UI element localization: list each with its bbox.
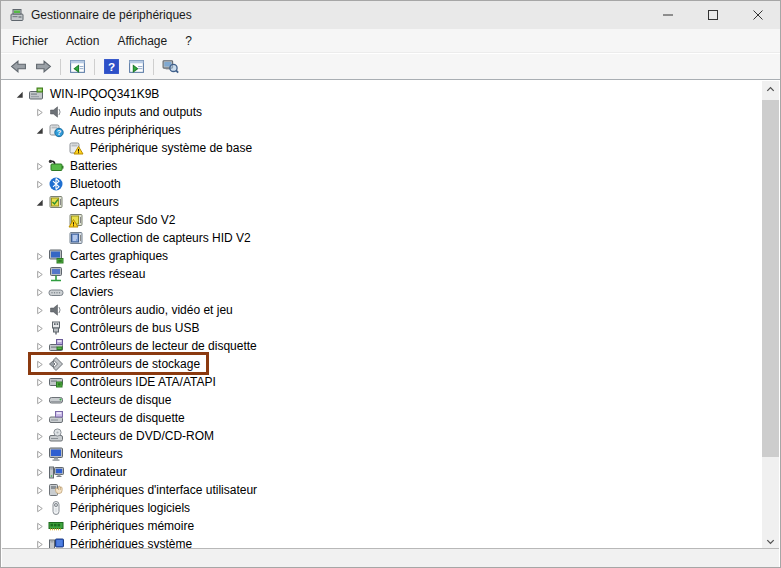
expand-arrow-icon[interactable] (32, 520, 46, 532)
tree-item-label: Lecteurs de DVD/CD-ROM (68, 429, 216, 443)
toolbar: ? (1, 54, 780, 80)
expand-arrow-icon[interactable] (32, 106, 46, 118)
arrow-spacer (52, 232, 66, 244)
vertical-scrollbar[interactable] (762, 81, 779, 550)
tree-item[interactable]: Contrôleurs de stockage (2, 355, 761, 373)
expand-arrow-icon[interactable] (32, 178, 46, 190)
tree-item[interactable]: ?Autres périphériques (2, 121, 761, 139)
expand-arrow-icon[interactable] (32, 286, 46, 298)
speaker-icon (48, 104, 64, 120)
tree-item[interactable]: Capteurs (2, 193, 761, 211)
expand-arrow-icon[interactable] (32, 412, 46, 424)
help-button[interactable]: ? (100, 56, 123, 78)
tree-item-label: Autres périphériques (68, 123, 183, 137)
expand-arrow-icon[interactable] (32, 340, 46, 352)
network-adapter-icon (48, 266, 64, 282)
memory-icon (48, 518, 64, 534)
tree-item[interactable]: Claviers (2, 283, 761, 301)
tree-item-label: Lecteurs de disque (68, 393, 173, 407)
maximize-button[interactable] (690, 1, 735, 29)
tree-item[interactable]: Périphériques d'interface utilisateur (2, 481, 761, 499)
expand-arrow-icon[interactable] (32, 430, 46, 442)
tree-item-label: Périphérique système de base (88, 141, 254, 155)
tree-item[interactable]: Collection de capteurs HID V2 (2, 229, 761, 247)
hid-device-icon (48, 482, 64, 498)
expand-arrow-icon[interactable] (32, 358, 46, 370)
tree-item-label: Périphériques logiciels (68, 501, 192, 515)
expand-arrow-icon[interactable] (32, 394, 46, 406)
tree-item[interactable]: Cartes réseau (2, 265, 761, 283)
minimize-button[interactable] (645, 1, 690, 29)
expand-arrow-icon[interactable] (32, 160, 46, 172)
forward-button[interactable] (32, 56, 55, 78)
tree-item[interactable]: Batteries (2, 157, 761, 175)
help-icon: ? (103, 58, 120, 75)
tree-item-label: Lecteurs de disquette (68, 411, 187, 425)
software-device-icon (48, 500, 64, 516)
tree-item[interactable]: Lecteurs de DVD/CD-ROM (2, 427, 761, 445)
warning-device-icon (68, 140, 84, 156)
tree-item[interactable]: Périphérique système de base (2, 139, 761, 157)
expand-arrow-icon[interactable] (32, 484, 46, 496)
tree-item-label: Collection de capteurs HID V2 (88, 231, 253, 245)
tree-item-label: Claviers (68, 285, 115, 299)
collapse-arrow-icon[interactable] (12, 88, 26, 100)
collapse-arrow-icon[interactable] (32, 124, 46, 136)
expand-arrow-icon[interactable] (32, 322, 46, 334)
sensor-hid-icon (68, 230, 84, 246)
tree-item-label: Moniteurs (68, 447, 125, 461)
menu-item-fichier[interactable]: Fichier (3, 31, 57, 51)
tree-item-label: WIN-IPQOQ341K9B (48, 87, 161, 101)
expand-arrow-icon[interactable] (32, 268, 46, 280)
tree-item[interactable]: Cartes graphiques (2, 247, 761, 265)
expand-arrow-icon[interactable] (32, 376, 46, 388)
speaker-icon (48, 302, 64, 318)
window-bottom-edge (2, 548, 779, 567)
expand-arrow-icon[interactable] (32, 448, 46, 460)
tree-item[interactable]: Contrôleurs IDE ATA/ATAPI (2, 373, 761, 391)
scroll-up-button[interactable] (762, 81, 779, 98)
close-button[interactable] (735, 1, 780, 29)
monitor-icon (48, 446, 64, 462)
console-tree-icon (69, 58, 86, 75)
display-adapter-icon (48, 248, 64, 264)
scan-hardware-changes-button[interactable] (159, 56, 182, 78)
scrollbar-thumb[interactable] (762, 100, 779, 457)
toolbar-separator (153, 59, 154, 75)
back-button[interactable] (7, 56, 30, 78)
disk-drive-icon (48, 392, 64, 408)
tree-item[interactable]: Capteur Sdo V2 (2, 211, 761, 229)
chevron-up-icon (765, 84, 776, 95)
tree-item[interactable]: Contrôleurs audio, vidéo et jeu (2, 301, 761, 319)
window-title: Gestionnaire de périphériques (31, 8, 645, 22)
keyboard-icon (48, 284, 64, 300)
expand-arrow-icon[interactable] (32, 250, 46, 262)
device-manager-window: Gestionnaire de périphériques Fichier Ac… (0, 0, 781, 568)
arrow-spacer (52, 142, 66, 154)
tree-item[interactable]: Lecteurs de disquette (2, 409, 761, 427)
tree-item[interactable]: Périphériques mémoire (2, 517, 761, 535)
tree-item-label: Cartes graphiques (68, 249, 170, 263)
tree-item[interactable]: Contrôleurs de bus USB (2, 319, 761, 337)
tree-item[interactable]: Moniteurs (2, 445, 761, 463)
menu-item-aide[interactable]: ? (176, 31, 201, 51)
properties-button[interactable] (125, 56, 148, 78)
tree-item[interactable]: Ordinateur (2, 463, 761, 481)
expand-arrow-icon[interactable] (32, 304, 46, 316)
tree-item[interactable]: Périphériques logiciels (2, 499, 761, 517)
storage-controller-icon (48, 356, 64, 372)
tree-item[interactable]: Audio inputs and outputs (2, 103, 761, 121)
tree-item[interactable]: WIN-IPQOQ341K9B (2, 85, 761, 103)
show-console-tree-button[interactable] (66, 56, 89, 78)
tree-item[interactable]: Contrôleurs de lecteur de disquette (2, 337, 761, 355)
menu-item-affichage[interactable]: Affichage (108, 31, 176, 51)
menu-item-action[interactable]: Action (57, 31, 108, 51)
tree-item[interactable]: Bluetooth (2, 175, 761, 193)
floppy-drive-icon (48, 410, 64, 426)
ide-controller-icon (48, 374, 64, 390)
tree-item-label: Capteurs (68, 195, 121, 209)
expand-arrow-icon[interactable] (32, 502, 46, 514)
expand-arrow-icon[interactable] (32, 466, 46, 478)
collapse-arrow-icon[interactable] (32, 196, 46, 208)
tree-item[interactable]: Lecteurs de disque (2, 391, 761, 409)
